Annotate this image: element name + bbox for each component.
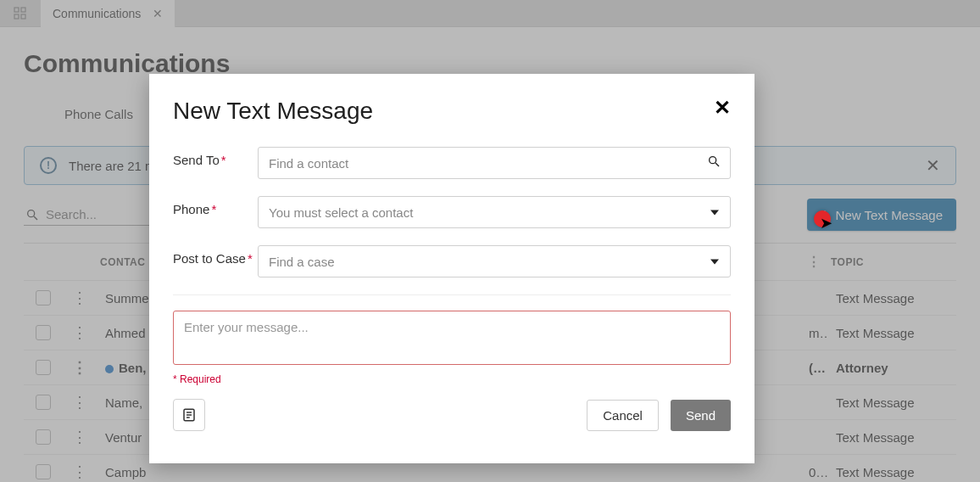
modal-title: New Text Message xyxy=(173,98,373,125)
svg-point-6 xyxy=(710,157,716,164)
new-text-message-modal: New Text Message ✕ Send To* Phone* xyxy=(149,74,754,463)
svg-line-7 xyxy=(716,163,719,166)
phone-label: Phone* xyxy=(173,196,258,216)
close-icon[interactable]: ✕ xyxy=(714,98,731,118)
required-note: * Required xyxy=(173,373,731,385)
case-label: Post to Case* xyxy=(173,245,258,266)
chevron-down-icon[interactable] xyxy=(710,210,719,216)
send-to-label: Send To* xyxy=(173,147,258,167)
chevron-down-icon[interactable] xyxy=(710,260,719,265)
phone-select[interactable] xyxy=(258,196,731,228)
document-icon xyxy=(181,407,197,423)
cancel-button[interactable]: Cancel xyxy=(587,400,659,431)
send-to-input[interactable] xyxy=(258,147,731,179)
template-button[interactable] xyxy=(173,399,205,431)
message-textarea[interactable] xyxy=(173,311,731,365)
cursor-indicator xyxy=(814,210,831,227)
search-icon[interactable] xyxy=(707,154,721,171)
case-select[interactable] xyxy=(258,245,731,277)
divider xyxy=(173,294,731,295)
send-button[interactable]: Send xyxy=(671,400,731,431)
